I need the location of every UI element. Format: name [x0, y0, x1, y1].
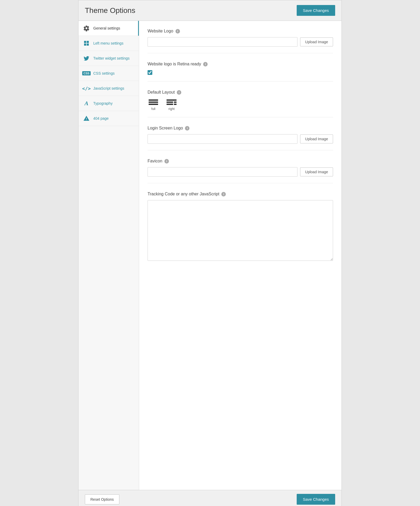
- info-icon-tracking-code[interactable]: i: [221, 192, 226, 196]
- favicon-input-row: Upload Image: [148, 167, 333, 177]
- sidebar-item-label-css: CSS settings: [93, 71, 115, 75]
- layout-options: full: [148, 98, 333, 111]
- warn-icon: [83, 115, 90, 122]
- sidebar-item-general[interactable]: General settings: [79, 21, 139, 36]
- field-label-favicon: Favicon i: [148, 159, 333, 163]
- grid-icon: [83, 40, 90, 47]
- sidebar: General settings Left menu settings Twit…: [79, 21, 139, 490]
- sidebar-item-label-general: General settings: [93, 26, 120, 30]
- info-icon-login-screen-logo[interactable]: i: [185, 126, 189, 131]
- twitter-icon: [83, 55, 90, 62]
- page-wrapper: Theme Options Save Changes General setti…: [78, 0, 342, 506]
- sidebar-item-javascript[interactable]: </> JavaScript settings: [79, 81, 139, 96]
- typo-icon: A: [83, 100, 90, 107]
- info-icon-retina-ready[interactable]: i: [203, 62, 208, 66]
- page-title: Theme Options: [85, 6, 135, 15]
- sidebar-item-label-404: 404 page: [93, 116, 109, 121]
- field-label-default-layout: Default Layout i: [148, 90, 333, 95]
- layout-right-icon: [165, 98, 178, 106]
- footer-save-button[interactable]: Save Changes: [297, 494, 335, 505]
- field-login-screen-logo: Login Screen Logo i Upload Image: [148, 126, 333, 150]
- page-header: Theme Options Save Changes: [79, 0, 341, 21]
- sidebar-item-label-typography: Typography: [93, 101, 113, 105]
- website-logo-upload-button[interactable]: Upload Image: [300, 37, 333, 46]
- layout-label-right: right: [168, 107, 174, 111]
- layout-label-full: full: [151, 107, 155, 111]
- login-logo-upload-button[interactable]: Upload Image: [300, 134, 333, 143]
- sidebar-item-typography[interactable]: A Typography: [79, 96, 139, 111]
- header-save-button[interactable]: Save Changes: [297, 5, 335, 16]
- sidebar-item-leftmenu[interactable]: Left menu settings: [79, 36, 139, 51]
- login-logo-input[interactable]: [148, 134, 297, 144]
- login-logo-input-row: Upload Image: [148, 134, 333, 144]
- website-logo-input-row: Upload Image: [148, 37, 333, 47]
- sidebar-item-twitter[interactable]: Twitter widget settings: [79, 51, 139, 66]
- sidebar-item-css[interactable]: CSS CSS settings: [79, 66, 139, 81]
- field-label-retina-ready: Website logo is Retina ready i: [148, 62, 333, 66]
- css-icon: CSS: [83, 70, 90, 77]
- tracking-code-textarea[interactable]: [148, 200, 333, 261]
- field-default-layout: Default Layout i full: [148, 90, 333, 117]
- favicon-input[interactable]: [148, 167, 297, 177]
- gear-icon: [83, 25, 90, 32]
- field-label-login-screen-logo: Login Screen Logo i: [148, 126, 333, 131]
- info-icon-website-logo[interactable]: i: [175, 29, 180, 33]
- field-retina-ready: Website logo is Retina ready i: [148, 62, 333, 81]
- favicon-upload-button[interactable]: Upload Image: [300, 167, 333, 176]
- field-label-website-logo: Website Logo i: [148, 29, 333, 33]
- body-layout: General settings Left menu settings Twit…: [79, 21, 341, 490]
- reset-options-button[interactable]: Reset Options: [85, 494, 119, 504]
- layout-option-right[interactable]: right: [165, 98, 178, 111]
- sidebar-item-label-javascript: JavaScript settings: [93, 86, 124, 90]
- page-footer: Reset Options Save Changes: [79, 490, 341, 506]
- layout-full-icon: [148, 98, 159, 106]
- code-icon: </>: [83, 85, 90, 92]
- sidebar-item-404[interactable]: 404 page: [79, 111, 139, 126]
- retina-ready-checkbox[interactable]: [148, 70, 152, 75]
- retina-checkbox-row: [148, 70, 333, 75]
- field-website-logo: Website Logo i Upload Image: [148, 29, 333, 53]
- sidebar-item-label-leftmenu: Left menu settings: [93, 41, 123, 45]
- sidebar-item-label-twitter: Twitter widget settings: [93, 56, 130, 60]
- field-tracking-code: Tracking Code or any other JavaScript i: [148, 192, 333, 268]
- field-label-tracking-code: Tracking Code or any other JavaScript i: [148, 192, 333, 196]
- website-logo-input[interactable]: [148, 37, 297, 47]
- main-content: Website Logo i Upload Image Website logo…: [139, 21, 341, 490]
- layout-option-full[interactable]: full: [148, 98, 159, 111]
- info-icon-favicon[interactable]: i: [164, 159, 169, 163]
- info-icon-default-layout[interactable]: i: [177, 90, 181, 95]
- field-favicon: Favicon i Upload Image: [148, 159, 333, 183]
